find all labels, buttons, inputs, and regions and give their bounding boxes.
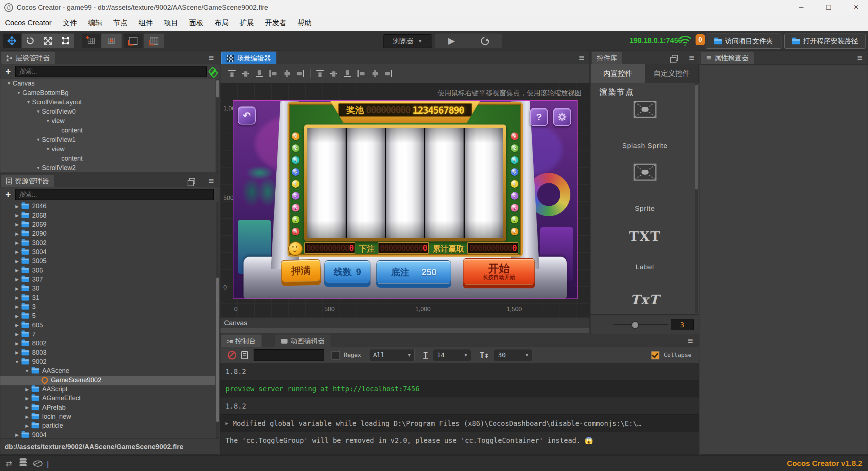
panel-menu-icon[interactable]: ≡ bbox=[579, 52, 584, 63]
refresh-button[interactable] bbox=[479, 35, 491, 47]
game-scene-canvas[interactable]: 奖池 000000000 1234567890 ↶ ? bbox=[233, 101, 577, 298]
collapsed-arrow-icon[interactable]: ▶ bbox=[13, 341, 21, 346]
zoom-slider-handle[interactable] bbox=[631, 321, 639, 329]
preview-target-dropdown[interactable]: 浏览器 ▼ bbox=[383, 34, 432, 48]
assets-scrollbar[interactable] bbox=[216, 202, 219, 439]
maximize-button[interactable]: □ bbox=[820, 0, 838, 14]
log-row[interactable]: The 'cc.ToggleGroup' will be removed in … bbox=[220, 432, 699, 449]
collapsed-arrow-icon[interactable]: ▶ bbox=[13, 432, 21, 437]
collapsed-arrow-icon[interactable]: ▶ bbox=[13, 295, 21, 300]
collapsed-arrow-icon[interactable]: ▶ bbox=[13, 259, 21, 264]
asset-row[interactable]: ▶APrefab bbox=[0, 403, 215, 412]
close-button[interactable]: × bbox=[847, 0, 865, 14]
collapsed-arrow-icon[interactable]: ▶ bbox=[13, 286, 21, 291]
asset-row[interactable]: ▶3004 bbox=[0, 248, 215, 257]
minimize-button[interactable]: – bbox=[792, 0, 810, 14]
expanded-arrow-icon[interactable]: ▼ bbox=[13, 359, 21, 365]
tab-console[interactable]: >≡ 控制台 bbox=[221, 335, 262, 347]
expanded-arrow-icon[interactable]: ▼ bbox=[23, 368, 31, 374]
clear-console-button[interactable] bbox=[228, 351, 236, 359]
collapsed-arrow-icon[interactable]: ▶ bbox=[23, 423, 31, 428]
popout-icon[interactable] bbox=[672, 55, 678, 61]
asset-row[interactable]: ▶2068 bbox=[0, 211, 215, 220]
regex-checkbox[interactable] bbox=[332, 351, 340, 359]
menu-item-7[interactable]: 扩展 bbox=[234, 18, 259, 28]
expanded-arrow-icon[interactable]: ▼ bbox=[5, 81, 13, 86]
collapsed-arrow-icon[interactable]: ▶ bbox=[13, 222, 21, 227]
collapsed-arrow-icon[interactable]: ▶ bbox=[23, 387, 31, 392]
asset-row[interactable]: ▶3002 bbox=[0, 238, 215, 247]
tree-row[interactable]: ▼view bbox=[0, 144, 215, 154]
menu-item-0[interactable]: 文件 bbox=[57, 18, 83, 28]
asset-row[interactable]: ▶9004 bbox=[0, 431, 215, 439]
widget-item-Label[interactable]: TXT bbox=[591, 228, 699, 244]
log-level-dropdown[interactable]: All ▼ bbox=[369, 349, 415, 361]
expanded-arrow-icon[interactable]: ▼ bbox=[25, 100, 32, 105]
tree-row[interactable]: ▼view bbox=[0, 116, 215, 126]
play-button[interactable]: ▶ bbox=[448, 36, 455, 46]
distribute-vertical-icon[interactable] bbox=[329, 69, 338, 78]
log-row[interactable]: 1.8.2 bbox=[220, 397, 699, 415]
eye-off-icon[interactable] bbox=[33, 461, 43, 467]
tab-assets[interactable]: 资源管理器 bbox=[1, 175, 54, 187]
collapsed-arrow-icon[interactable]: ▶ bbox=[13, 231, 21, 236]
settings-button[interactable] bbox=[553, 108, 571, 126]
tree-row[interactable]: ▼ScrollView1 bbox=[0, 135, 215, 144]
open-log-file-button[interactable] bbox=[241, 351, 248, 359]
scene-viewport[interactable]: 使用鼠标右键平移视窗焦点，使用滚轮缩放视图 1,0005000 05001,00… bbox=[220, 83, 589, 317]
font-size-dropdown[interactable]: 14 ▼ bbox=[433, 349, 471, 361]
collapsed-arrow-icon[interactable]: ▶ bbox=[13, 204, 21, 209]
collapsed-arrow-icon[interactable]: ▶ bbox=[13, 268, 21, 273]
tree-row[interactable]: content bbox=[0, 154, 215, 163]
database-icon[interactable] bbox=[19, 458, 27, 461]
asset-row[interactable]: ▶3 bbox=[0, 302, 215, 311]
tab-scene-editor[interactable]: 场景编辑器 bbox=[221, 52, 276, 65]
distribute-horizontal-icon[interactable] bbox=[371, 69, 379, 78]
asset-row[interactable]: ▶particle bbox=[0, 421, 215, 430]
rect-tool-button[interactable] bbox=[58, 34, 74, 47]
distribute-top-icon[interactable] bbox=[316, 69, 324, 78]
align-right-icon[interactable] bbox=[296, 69, 305, 78]
assets-search-input[interactable] bbox=[15, 189, 214, 200]
distribute-bottom-icon[interactable] bbox=[343, 69, 352, 78]
tree-row[interactable]: ▼ScrollView2 bbox=[0, 163, 215, 173]
collapsed-arrow-icon[interactable]: ▶ bbox=[13, 304, 21, 309]
collapsed-arrow-icon[interactable]: ▶ bbox=[13, 240, 21, 245]
all-in-button[interactable]: 押满 bbox=[281, 259, 321, 283]
open-project-folder-button[interactable]: 访问项目文件夹 bbox=[706, 34, 781, 49]
tab-animation-editor[interactable]: 动画编辑器 bbox=[275, 335, 330, 347]
align-bottom-icon[interactable] bbox=[255, 69, 264, 78]
scale-tool-button[interactable] bbox=[40, 34, 56, 47]
add-node-button[interactable]: + bbox=[5, 66, 11, 77]
log-row[interactable]: 1.8.2 bbox=[220, 363, 699, 380]
collapsed-arrow-icon[interactable]: ▶ bbox=[23, 396, 31, 401]
popout-icon[interactable] bbox=[189, 178, 195, 184]
collapse-checkbox[interactable] bbox=[651, 351, 659, 359]
widget-item-Splash Sprite[interactable] bbox=[591, 101, 699, 118]
asset-row[interactable]: ▼AAScene bbox=[0, 366, 215, 375]
menu-item-3[interactable]: 组件 bbox=[133, 18, 158, 28]
panel-menu-icon[interactable]: ≡ bbox=[857, 52, 863, 63]
tab-widget-library[interactable]: 控件库 bbox=[592, 52, 622, 64]
tree-row[interactable]: ▼ScrollViewLayout bbox=[0, 97, 215, 107]
lines-button[interactable]: 线数 9 bbox=[324, 260, 371, 283]
log-row[interactable]: ▶Modified global variable while loading … bbox=[220, 415, 699, 432]
align-horizontal-center-icon[interactable] bbox=[282, 69, 291, 78]
tab-custom-widgets[interactable]: 自定义控件 bbox=[645, 64, 699, 83]
collapsed-arrow-icon[interactable]: ▶ bbox=[13, 350, 21, 355]
asset-row[interactable]: ▶307 bbox=[0, 275, 215, 284]
hierarchy-scrollbar[interactable] bbox=[216, 79, 219, 173]
widget-item-Sprite[interactable] bbox=[591, 163, 699, 181]
asset-row[interactable]: ▶30 bbox=[0, 284, 215, 293]
expanded-arrow-icon[interactable]: ▼ bbox=[15, 90, 22, 95]
tree-row[interactable]: ▼ScrollView0 bbox=[0, 107, 215, 116]
asset-row[interactable]: ▶5 bbox=[0, 311, 215, 320]
expanded-arrow-icon[interactable]: ▼ bbox=[35, 137, 42, 142]
panel-menu-icon[interactable]: ≡ bbox=[689, 52, 694, 63]
zoom-slider-track[interactable] bbox=[613, 324, 668, 325]
asset-row[interactable]: GameScene9002 bbox=[0, 376, 215, 385]
collapsed-arrow-icon[interactable]: ▶ bbox=[13, 323, 21, 328]
tab-builtin-widgets[interactable]: 内置控件 bbox=[591, 64, 645, 83]
tab-hierarchy[interactable]: 层级管理器 bbox=[1, 52, 55, 64]
asset-row[interactable]: ▶7 bbox=[0, 330, 215, 339]
